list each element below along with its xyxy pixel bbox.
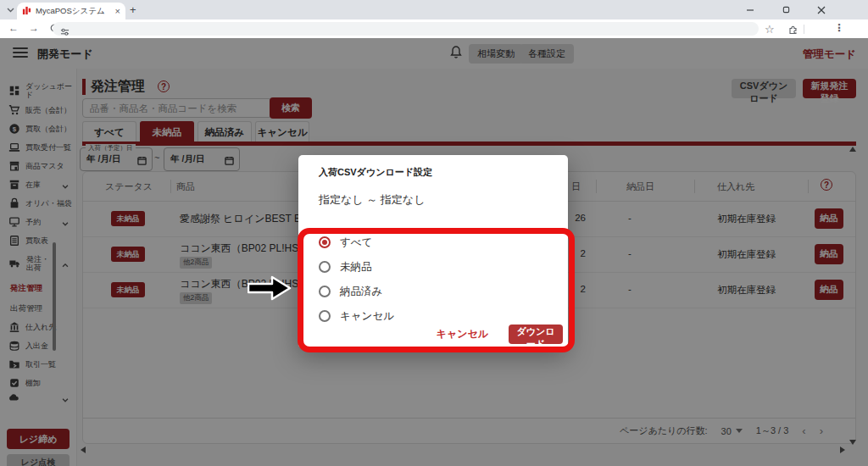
tab-close-icon[interactable]: × (115, 6, 120, 16)
annotation-highlight-rectangle (298, 228, 575, 352)
window-close-button[interactable] (809, 0, 834, 19)
window-maximize-button[interactable] (773, 0, 798, 19)
tab-search-chevron-icon[interactable] (3, 3, 17, 16)
browser-tab[interactable]: MycaPOSシステム × (17, 3, 125, 19)
url-input[interactable] (53, 22, 759, 36)
screen: MycaPOSシステム × + ← → ☆ ⋮ (0, 0, 868, 466)
new-tab-button[interactable]: + (130, 3, 136, 16)
bookmark-star-icon[interactable]: ☆ (765, 23, 775, 36)
browser-address-bar: ← → ☆ ⋮ (0, 19, 868, 39)
annotation-arrow (248, 275, 292, 301)
back-icon[interactable]: ← (8, 22, 19, 34)
modal-date-range-text: 指定なし ～ 指定なし (319, 192, 425, 208)
modal-title: 入荷CSVダウンロード設定 (319, 166, 432, 179)
extensions-icon[interactable] (788, 24, 798, 36)
browser-tab-strip: MycaPOSシステム × + (0, 0, 868, 19)
browser-menu-icon[interactable]: ⋮ (834, 22, 844, 34)
forward-icon[interactable]: → (29, 22, 39, 34)
divider (804, 25, 804, 34)
window-minimize-button[interactable] (737, 0, 763, 19)
app-favicon (22, 3, 31, 19)
tab-title: MycaPOSシステム (36, 6, 112, 17)
